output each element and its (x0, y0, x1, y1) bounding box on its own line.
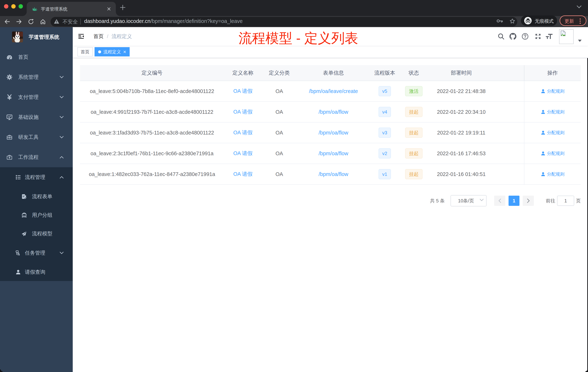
active-tag-dot (98, 50, 101, 53)
window-corner-bottom-right (586, 370, 588, 372)
yen-icon (7, 94, 12, 100)
chevron-down-icon (60, 252, 64, 254)
window-minimize-button[interactable] (11, 4, 16, 9)
sidebar-logo[interactable]: 芋道管理系统 (0, 27, 73, 47)
screen: 芋道管理系统 不安全 dashboard.yuda (0, 0, 588, 372)
incognito-badge: 无痕模式 (521, 15, 557, 26)
tag-home[interactable]: 首页 (77, 47, 93, 56)
breadcrumb-separator: / (107, 33, 108, 39)
sidebar-item-label: 支付管理 (18, 94, 39, 101)
sidebar-item-task-mgmt[interactable]: 任务管理 (0, 243, 73, 263)
sidebar-item-home[interactable]: 首页 (0, 47, 73, 67)
tag-process-definition[interactable]: 流程定义 (94, 47, 130, 56)
sidebar-item-system[interactable]: 系统管理 (0, 67, 73, 87)
cell-definition-name: OA 请假 (224, 122, 262, 143)
cell-definition-id: oa_leave:4:991f2193-7b7f-11ec-a3c8-acde4… (80, 102, 224, 122)
col-header-name: 定义名称 (224, 65, 262, 81)
definition-id-text: oa_leave:2:3c1f0ef1-76b1-11ec-9c66-a2380… (91, 151, 214, 156)
back-icon[interactable] (2, 16, 12, 27)
browser-update-button[interactable]: 更新 (560, 15, 586, 26)
sidebar-item-process-mgmt[interactable]: 流程管理 (0, 167, 73, 187)
sidebar-item-label: 基础设施 (18, 114, 39, 121)
col-header-action: 操作 (524, 65, 581, 81)
definition-name-link[interactable]: OA 请假 (233, 108, 252, 116)
definition-name-link[interactable]: OA 请假 (233, 129, 252, 136)
url-path: /bpm/manager/definition?key=oa_leave (150, 18, 242, 24)
new-tab-button[interactable] (120, 5, 126, 10)
fullscreen-icon[interactable] (532, 27, 544, 46)
bookmark-star-icon[interactable] (509, 18, 515, 24)
tag-close-icon[interactable] (124, 51, 126, 53)
sidebar-item-devtools[interactable]: 研发工具 (0, 127, 73, 147)
update-label[interactable]: 更新 (565, 18, 574, 24)
window-close-button[interactable] (4, 4, 8, 9)
home-icon[interactable] (38, 16, 48, 27)
search-icon[interactable] (495, 27, 507, 46)
cell-definition-id: oa_leave:3:1fad3d93-7b75-11ec-a3c8-acde4… (80, 122, 224, 143)
briefcase-icon (7, 154, 12, 160)
window-zoom-button[interactable] (19, 4, 23, 9)
assign-rule-button[interactable]: 分配规则 (541, 109, 565, 115)
sidebar-item-process-model[interactable]: 流程模型 (0, 224, 73, 243)
form-info-link[interactable]: /bpm/oa/flow (319, 130, 348, 136)
assign-rule-button[interactable]: 分配规则 (541, 130, 565, 136)
assign-rule-button[interactable]: 分配规则 (541, 171, 565, 177)
breadcrumb: 首页 / 流程定义 (94, 27, 132, 46)
sidebar-item-workflow[interactable]: 工作流程 (0, 147, 73, 167)
col-header-version: 流程版本 (370, 65, 399, 81)
sidebar-item-label: 流程表单 (32, 193, 52, 200)
sidebar-item-infra[interactable]: 基础设施 (0, 107, 73, 127)
definition-category-text: OA (275, 171, 283, 177)
form-info-link[interactable]: /bpm/oa/flow (319, 151, 348, 156)
sidebar-item-process-form[interactable]: 流程表单 (0, 187, 73, 206)
cell-status: 挂起 (399, 164, 428, 184)
people-icon (21, 212, 27, 218)
url-text[interactable]: dashboard.yudao.iocoder.cn/bpm/manager/d… (84, 18, 242, 24)
reload-icon[interactable] (26, 16, 36, 27)
page-size-select[interactable]: 10条/页 (451, 195, 487, 206)
sidebar-item-user-group[interactable]: 用户分组 (0, 206, 73, 224)
definition-name-link[interactable]: OA 请假 (233, 88, 252, 95)
tab-close-icon[interactable] (106, 6, 112, 12)
cell-definition-category: OA (262, 122, 297, 143)
definition-name-link[interactable]: OA 请假 (233, 171, 252, 178)
chevron-down-icon (60, 116, 64, 119)
definition-name-link[interactable]: OA 请假 (233, 150, 252, 157)
tab-search-chevron-icon[interactable] (577, 5, 581, 8)
main-area: 首页 / 流程定义 (73, 27, 588, 372)
help-question-icon[interactable] (519, 27, 531, 46)
browser-menu-dots-icon[interactable] (579, 18, 581, 24)
pagination-goto-input[interactable]: 1 (557, 196, 574, 206)
sidebar-item-payment[interactable]: 支付管理 (0, 87, 73, 107)
github-icon[interactable] (507, 27, 519, 46)
breadcrumb-home[interactable]: 首页 (94, 33, 104, 40)
not-secure-label[interactable]: 不安全 (63, 18, 78, 25)
forward-icon[interactable] (14, 16, 24, 27)
password-key-icon[interactable] (497, 19, 503, 22)
pagination-next-button[interactable] (523, 196, 534, 206)
not-secure-warning-icon[interactable] (54, 19, 59, 24)
cell-definition-category: OA (262, 143, 297, 164)
pagination-page-1[interactable]: 1 (509, 196, 519, 206)
form-info-link[interactable]: /bpm/oa/leave/create (309, 88, 358, 94)
annotation-overlay-text: 流程模型 - 定义列表 (239, 29, 358, 47)
pagination-prev-button[interactable] (494, 196, 505, 206)
font-size-icon[interactable] (543, 27, 555, 46)
form-info-link[interactable]: /bpm/oa/flow (319, 171, 348, 177)
browser-tab[interactable]: 芋道管理系统 (27, 2, 116, 16)
cell-deploy-time: 2022-01-22 20:34:10 (428, 102, 494, 122)
cell-status: 激活 (399, 81, 428, 101)
assign-rule-button[interactable]: 分配规则 (541, 88, 565, 94)
avatar-caret-down-icon[interactable] (578, 40, 582, 42)
assign-rule-button[interactable]: 分配规则 (541, 151, 565, 156)
col-header-filler (494, 65, 524, 81)
cell-deploy-time: 2022-01-16 17:46:53 (428, 143, 494, 164)
definition-table: 定义编号 定义名称 定义分类 表单信息 流程版本 状态 部署时间 操作 oa_l… (80, 65, 581, 185)
form-info-link[interactable]: /bpm/oa/flow (319, 109, 348, 115)
cell-deploy-time: 2022-01-22 19:19:11 (428, 122, 494, 143)
sidebar-toggle-hamburger-icon[interactable] (78, 33, 84, 39)
tab-title: 芋道管理系统 (41, 6, 67, 12)
avatar[interactable] (559, 29, 574, 44)
sidebar-item-leave-query[interactable]: 请假查询 (0, 263, 73, 281)
chevron-up-icon (60, 156, 64, 159)
